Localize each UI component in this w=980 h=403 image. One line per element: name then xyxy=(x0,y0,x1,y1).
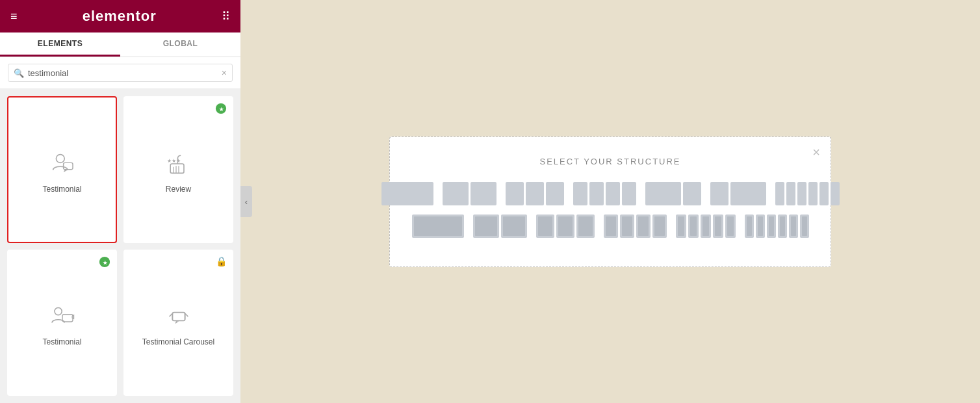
widget-card-testimonial2[interactable]: ★ Testimonial xyxy=(7,250,117,396)
structure-option-nested-6[interactable] xyxy=(745,214,809,238)
sidebar-tabs: ELEMENTS GLOBAL xyxy=(0,32,240,57)
structure-option-6col[interactable] xyxy=(775,182,840,205)
structure-selector: × SELECT YOUR STRUCTURE xyxy=(389,136,831,267)
collapse-handle[interactable]: ‹ xyxy=(240,186,252,217)
svg-text:★: ★ xyxy=(103,259,108,265)
svg-text:★★★: ★★★ xyxy=(167,158,181,164)
structure-title: SELECT YOUR STRUCTURE xyxy=(416,157,805,166)
widget-card-review[interactable]: ★ ★★★ Review xyxy=(123,96,233,243)
structure-option-nested-3[interactable] xyxy=(536,214,595,238)
svg-rect-13 xyxy=(172,313,185,321)
widget-label-testimonial-carousel: Testimonial Carousel xyxy=(142,337,214,346)
structure-option-narrow-wide[interactable] xyxy=(710,182,766,205)
elementor-logo: elementor xyxy=(83,8,157,25)
svg-point-0 xyxy=(56,154,64,162)
svg-rect-5 xyxy=(170,164,184,173)
structure-option-1col[interactable] xyxy=(381,182,433,205)
widget-grid: Testimonial ★ ★★★ xyxy=(0,89,240,403)
search-icon: 🔍 xyxy=(14,68,24,78)
widget-label-testimonial: Testimonial xyxy=(42,185,81,194)
structure-row-1 xyxy=(416,182,805,205)
search-input-wrapper: 🔍 × xyxy=(8,64,233,82)
search-container: 🔍 × xyxy=(0,57,240,89)
structure-option-4col[interactable] xyxy=(573,182,636,205)
svg-rect-1 xyxy=(63,162,72,169)
review-icon: ★★★ xyxy=(163,148,194,179)
widget-label-review: Review xyxy=(166,185,191,194)
search-input[interactable] xyxy=(28,68,222,78)
structure-option-3col[interactable] xyxy=(506,182,564,205)
svg-rect-12 xyxy=(62,315,73,322)
testimonial-carousel-icon xyxy=(163,301,194,332)
tab-elements[interactable]: ELEMENTS xyxy=(0,32,120,57)
close-button[interactable]: × xyxy=(812,145,820,160)
tab-global[interactable]: GLOBAL xyxy=(120,32,240,57)
widget-label-testimonial2: Testimonial xyxy=(42,337,81,346)
structure-option-wide-narrow[interactable] xyxy=(645,182,701,205)
lock-icon: 🔒 xyxy=(216,256,227,266)
sidebar-header: ≡ elementor ⠿ xyxy=(0,0,240,32)
pro-badge-review: ★ xyxy=(215,103,227,114)
structure-option-nested-2[interactable] xyxy=(473,214,527,238)
svg-text:★: ★ xyxy=(219,107,224,112)
sidebar: ≡ elementor ⠿ ELEMENTS GLOBAL 🔍 × xyxy=(0,0,240,403)
testimonial2-icon xyxy=(47,301,78,332)
structure-row-2 xyxy=(416,214,805,238)
widget-card-testimonial-carousel[interactable]: 🔒 Testimonial Carousel xyxy=(123,250,233,396)
widget-card-testimonial[interactable]: Testimonial xyxy=(7,96,117,243)
testimonial-icon xyxy=(47,148,78,179)
hamburger-icon[interactable]: ≡ xyxy=(10,10,18,23)
structure-option-nested-1[interactable] xyxy=(412,214,464,238)
structure-option-nested-4[interactable] xyxy=(604,214,667,238)
clear-icon[interactable]: × xyxy=(222,68,227,78)
structure-option-nested-5[interactable] xyxy=(676,214,736,238)
main-canvas: × SELECT YOUR STRUCTURE xyxy=(240,0,980,403)
grid-icon[interactable]: ⠿ xyxy=(222,9,230,23)
svg-point-11 xyxy=(55,308,62,315)
pro-badge-testimonial2: ★ xyxy=(99,256,110,268)
structure-option-2col[interactable] xyxy=(443,182,496,205)
